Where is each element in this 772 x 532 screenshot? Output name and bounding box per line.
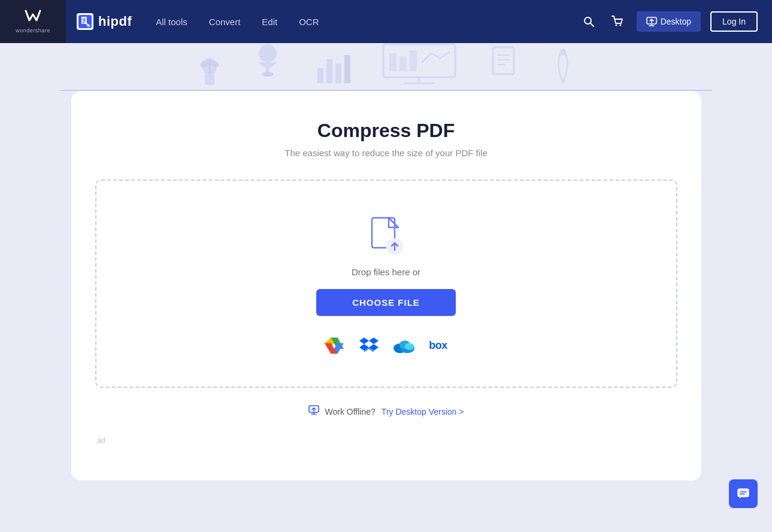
main-card: Compress PDF The easiest way to reduce t… — [71, 91, 701, 481]
deco-screen-icon — [380, 43, 458, 91]
hipdf-name: hipdf — [98, 14, 132, 29]
wondershare-text: wondershare — [16, 28, 50, 34]
svg-rect-27 — [389, 53, 396, 71]
deco-lamp-icon — [252, 44, 284, 91]
svg-rect-20 — [266, 61, 270, 73]
deco-line — [60, 90, 712, 91]
svg-rect-3 — [83, 20, 86, 22]
svg-rect-28 — [399, 56, 407, 71]
gdrive-icon[interactable] — [323, 334, 346, 357]
deco-plant-icon — [198, 47, 222, 91]
nav-all-tools[interactable]: All tools — [156, 17, 187, 27]
svg-point-21 — [262, 72, 274, 77]
hipdf-brand[interactable]: hipdf — [77, 13, 132, 30]
desktop-button[interactable]: Desktop — [637, 11, 701, 32]
choose-file-button[interactable]: CHOOSE FILE — [316, 289, 456, 316]
svg-rect-24 — [335, 63, 341, 83]
banner-decoration — [0, 43, 772, 91]
cloud-icons: box — [323, 334, 450, 357]
svg-rect-23 — [326, 59, 332, 83]
login-button[interactable]: Log In — [710, 11, 758, 32]
message-float-button[interactable] — [729, 479, 758, 508]
nav-ocr[interactable]: OCR — [299, 17, 319, 27]
svg-rect-2 — [83, 19, 86, 20]
ws-icon — [25, 10, 41, 26]
nav-links: All tools Convert Edit OCR — [156, 17, 319, 27]
deco-pen-icon — [551, 47, 575, 91]
ad-label: ad — [95, 436, 677, 445]
decoration-row — [198, 43, 575, 91]
page-title: Compress PDF — [95, 120, 677, 142]
navbar: wondershare hipdf All tools Convert Edit… — [0, 0, 772, 43]
nav-actions: Desktop Log In — [579, 11, 772, 32]
svg-point-19 — [259, 44, 277, 62]
cart-button[interactable] — [608, 12, 627, 31]
onedrive-icon[interactable] — [392, 334, 415, 357]
svg-rect-22 — [317, 68, 323, 83]
hipdf-icon — [77, 13, 93, 30]
svg-point-42 — [405, 343, 414, 350]
nav-edit[interactable]: Edit — [262, 17, 277, 27]
box-label: box — [429, 339, 447, 352]
svg-rect-32 — [493, 47, 514, 74]
upload-area[interactable]: Drop files here or CHOOSE FILE — [95, 180, 677, 388]
offline-text: Work Offline? — [325, 407, 376, 417]
deco-doc-icon — [488, 44, 521, 91]
upload-icon — [370, 217, 403, 255]
main-container: Compress PDF The easiest way to reduce t… — [57, 91, 716, 481]
search-button[interactable] — [579, 12, 598, 31]
svg-line-7 — [590, 23, 594, 27]
drop-text: Drop files here or — [352, 267, 420, 277]
try-desktop-link[interactable]: Try Desktop Version > — [382, 407, 464, 417]
box-icon[interactable]: box — [427, 334, 450, 357]
svg-rect-29 — [410, 50, 417, 71]
deco-chart-icon — [314, 50, 350, 91]
svg-rect-14 — [205, 74, 214, 85]
svg-point-8 — [615, 25, 617, 26]
wondershare-logo[interactable]: wondershare — [0, 0, 66, 43]
svg-rect-47 — [738, 489, 749, 497]
svg-point-5 — [87, 24, 90, 28]
svg-rect-4 — [83, 22, 84, 23]
svg-rect-25 — [344, 55, 350, 83]
offline-bar: Work Offline? Try Desktop Version > — [95, 405, 677, 418]
nav-convert[interactable]: Convert — [209, 17, 241, 27]
offline-icon — [308, 405, 319, 418]
svg-point-36 — [560, 48, 566, 56]
page-subtitle: The easiest way to reduce the size of yo… — [95, 148, 677, 158]
desktop-label: Desktop — [661, 17, 691, 26]
svg-point-9 — [619, 25, 621, 26]
dropbox-icon[interactable] — [358, 334, 380, 357]
